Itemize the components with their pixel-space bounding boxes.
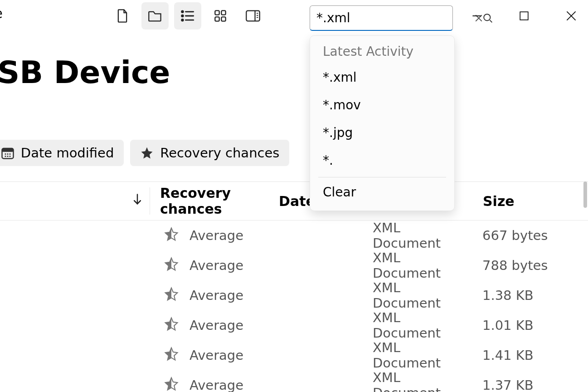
table-row[interactable]: Average XML Document 788 bytes [0,250,588,280]
suggestion-item[interactable]: *.mov [310,91,454,119]
list-view-button[interactable] [174,2,201,29]
cell-recovery: Average [163,317,272,334]
search-box[interactable] [310,5,453,31]
svg-rect-8 [215,17,219,21]
folder-view-button[interactable] [141,2,169,29]
column-size[interactable]: Size [472,193,581,209]
grid-view-button[interactable] [207,2,234,29]
minimize-icon [471,10,482,21]
file-icon [116,9,129,23]
table-row[interactable]: Average XML Document 1.37 KB [0,370,588,392]
cell-recovery: Average [163,257,272,274]
cell-type: XML Document [363,310,471,341]
view-mode-group [109,2,267,29]
scrollbar-thumb[interactable] [583,181,587,208]
svg-point-29 [5,156,6,157]
svg-point-0 [182,11,184,13]
cell-size: 788 bytes [471,258,580,273]
cell-type: XML Document [363,370,471,392]
recovery-label: Average [190,377,243,392]
svg-rect-10 [246,11,259,21]
cell-recovery: Average [163,347,272,364]
table-body: Average XML Document 667 bytes Average X… [0,220,588,392]
cell-type: XML Document [363,250,471,281]
date-modified-chip[interactable]: Date modified [0,140,124,166]
sort-descending-icon [132,193,142,209]
toolbar: vice [0,0,588,32]
recovery-label: Average [190,348,243,363]
cell-recovery: Average [163,227,272,245]
half-star-icon [164,377,179,392]
svg-point-4 [182,19,184,21]
minimize-button[interactable] [469,8,485,24]
svg-point-28 [9,153,10,155]
svg-rect-9 [221,17,225,21]
svg-rect-7 [221,10,225,15]
half-star-icon [164,347,179,364]
suggestion-item[interactable]: *.jpg [310,119,454,147]
suggestions-header: Latest Activity [310,44,454,64]
filter-chips: e Date modified Recovery chances [0,140,289,166]
cell-recovery: Average [163,377,272,392]
grid-icon [214,10,227,22]
page-heading: 3.0 USB Device [0,54,170,90]
svg-point-31 [9,156,10,157]
folder-icon [148,10,162,22]
svg-point-27 [7,153,8,155]
cell-type: XML Document [363,280,471,311]
cell-size: 1.38 KB [471,288,580,303]
search-suggestions-dropdown: Latest Activity *.xml *.mov *.jpg *. Cle… [310,35,455,211]
maximize-button[interactable] [516,8,532,24]
preview-pane-button[interactable] [239,2,267,29]
svg-point-26 [5,153,6,155]
cell-size: 1.01 KB [471,318,580,333]
table-row[interactable]: Average XML Document 1.38 KB [0,280,588,310]
svg-point-30 [7,156,8,157]
clear-suggestions-button[interactable]: Clear [310,177,454,208]
cell-type: XML Document [363,340,471,371]
recovery-chances-chip[interactable]: Recovery chances [130,140,289,166]
cell-type: XML Document [363,220,471,251]
window-title-fragment: vice [0,5,3,21]
svg-rect-25 [2,151,13,152]
suggestion-item[interactable]: *.xml [310,64,454,91]
svg-rect-20 [520,12,528,20]
cell-size: 1.41 KB [471,348,580,363]
half-star-icon [164,257,179,274]
column-recovery-chances[interactable]: Recovery chances [150,185,272,217]
search-input[interactable] [316,10,475,25]
volume-title: 3.0 USB Device [0,54,170,90]
chip-label: Date modified [21,145,114,161]
recovery-label: Average [190,258,243,273]
file-table: Recovery chances Date Size Average XML D… [0,181,588,392]
half-star-icon [164,227,179,245]
half-star-icon [164,317,179,334]
table-row[interactable]: Average XML Document 1.41 KB [0,340,588,370]
suggestion-item[interactable]: *. [310,147,454,174]
calendar-icon [1,146,15,160]
window-controls [469,8,579,24]
maximize-icon [519,11,529,21]
cell-recovery: Average [163,287,272,304]
half-star-icon [164,287,179,304]
close-icon [566,10,577,21]
recovery-label: Average [190,288,243,303]
table-row[interactable]: Average XML Document 667 bytes [0,220,588,250]
list-icon [181,10,194,22]
search-container [310,5,453,31]
table-header: Recovery chances Date Size [0,181,588,220]
star-icon [140,146,154,160]
chip-label: Recovery chances [160,145,279,161]
svg-point-2 [182,15,184,17]
recovery-label: Average [190,318,243,333]
cell-size: 667 bytes [471,228,580,243]
svg-rect-6 [215,10,219,15]
content-view-button[interactable] [109,2,136,29]
cell-size: 1.37 KB [471,377,580,392]
recovery-label: Average [190,228,243,243]
table-row[interactable]: Average XML Document 1.01 KB [0,310,588,340]
preview-pane-icon [245,10,261,22]
close-window-button[interactable] [564,8,579,24]
